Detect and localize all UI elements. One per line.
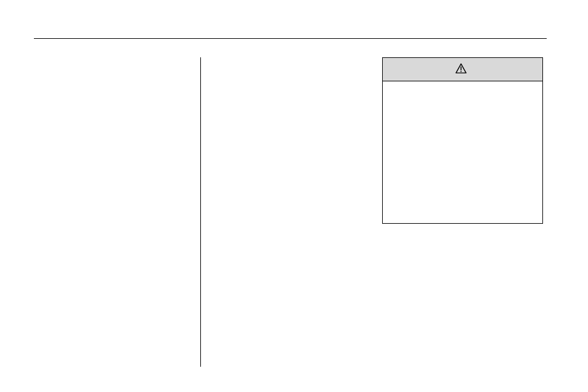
caution-header <box>383 58 542 81</box>
manual-page <box>34 38 547 367</box>
header-rule <box>34 38 547 39</box>
caution-box <box>382 57 543 224</box>
column-2 <box>200 57 382 367</box>
caution-body <box>383 81 542 223</box>
column-1 <box>34 57 200 367</box>
column-container <box>34 57 547 367</box>
svg-point-1 <box>460 71 462 72</box>
warning-icon <box>455 63 467 76</box>
column-3 <box>382 57 547 367</box>
